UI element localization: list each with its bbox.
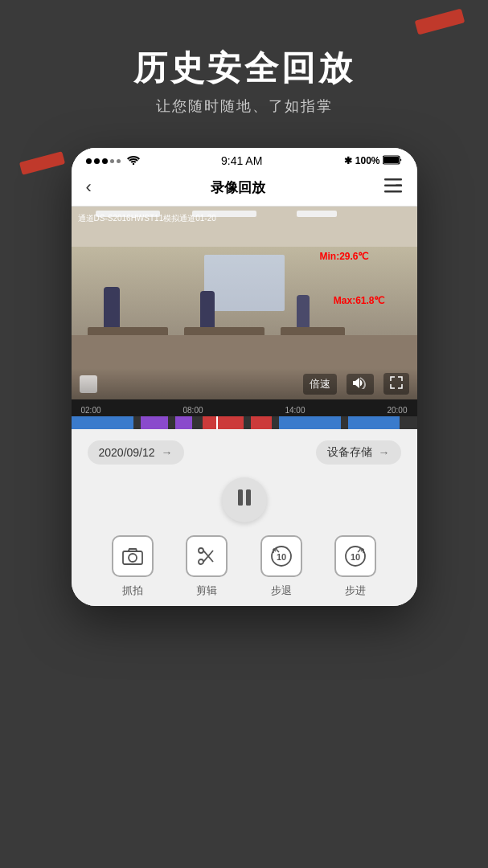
- signal-dot-2: [94, 158, 100, 164]
- svg-rect-3: [384, 178, 402, 181]
- capture-button[interactable]: 抓拍: [112, 535, 154, 598]
- step-forward-button[interactable]: 10 步进: [334, 535, 376, 598]
- audio-button[interactable]: [347, 374, 374, 395]
- status-right: ✱ 100%: [344, 155, 403, 167]
- timeline-seg-blue-1: [72, 416, 133, 429]
- storage-picker[interactable]: 设备存储 →: [316, 440, 401, 465]
- figure-1: [104, 287, 120, 327]
- signal-dot-4: [110, 159, 114, 163]
- status-left: [86, 155, 140, 167]
- battery-icon: [383, 155, 402, 167]
- office-light-3: [297, 211, 337, 217]
- date-storage-row: 2020/09/12 → 设备存储 →: [88, 440, 401, 465]
- timeline-seg-blue-3: [348, 416, 400, 429]
- nav-bar: ‹ 录像回放: [72, 170, 417, 207]
- svg-point-11: [199, 548, 203, 553]
- timeline-cursor: [216, 416, 218, 429]
- capture-icon-box: [112, 535, 154, 577]
- svg-point-0: [132, 163, 133, 165]
- pause-icon: [236, 489, 252, 511]
- step-forward-label: 步进: [345, 583, 366, 598]
- timeline-ruler: 02:00 08:00 14:00 20:00: [72, 404, 417, 416]
- signal-dot-5: [117, 159, 121, 163]
- capture-label: 抓拍: [122, 583, 143, 598]
- tick-4: 20:00: [387, 406, 407, 415]
- svg-rect-7: [238, 489, 243, 506]
- video-controls: 倍速: [72, 368, 417, 399]
- menu-button[interactable]: [384, 178, 402, 197]
- tick-1: 02:00: [81, 406, 101, 415]
- timeline-bar[interactable]: [72, 416, 417, 429]
- svg-point-10: [129, 554, 137, 562]
- speed-button[interactable]: 倍速: [303, 374, 337, 395]
- timeline-seg-red-2: [251, 416, 272, 429]
- temp-max-label: Max:61.8℃: [334, 295, 385, 306]
- svg-point-12: [199, 559, 203, 564]
- svg-rect-6: [396, 184, 402, 186]
- svg-text:10: 10: [277, 552, 286, 562]
- bottom-panel: 2020/09/12 → 设备存储 →: [72, 429, 417, 606]
- clip-icon-box: [186, 535, 228, 577]
- status-time: 9:41 AM: [221, 154, 262, 167]
- signal-dot-3: [102, 158, 108, 164]
- status-bar: 9:41 AM ✱ 100%: [72, 148, 417, 170]
- playback-controls: [88, 477, 401, 522]
- action-row: 抓拍 剪辑: [88, 535, 401, 598]
- step-back-icon-box: 10: [260, 535, 302, 577]
- tick-2: 08:00: [182, 406, 203, 415]
- timeline-seg-blue-2: [279, 416, 341, 429]
- storage-arrow: →: [379, 446, 390, 459]
- storage-value: 设备存储: [327, 445, 372, 460]
- wifi-icon: [127, 155, 140, 167]
- hero-section: 历史安全回放 让您随时随地、了如指掌: [0, 0, 488, 132]
- phone-mockup: 9:41 AM ✱ 100% ‹ 录像回放: [72, 148, 417, 606]
- figure-3: [297, 295, 310, 327]
- channel-label: 通道DS-S2016HWST11模拟通道01-20: [78, 213, 216, 224]
- tick-3: 14:00: [285, 406, 305, 415]
- svg-rect-2: [383, 157, 399, 163]
- svg-rect-5: [384, 190, 402, 193]
- fullscreen-button[interactable]: [383, 373, 409, 395]
- nav-title: 录像回放: [211, 178, 265, 197]
- step-forward-icon-box: 10: [334, 535, 376, 577]
- bluetooth-icon: ✱: [344, 155, 352, 166]
- date-value: 2020/09/12: [99, 446, 155, 459]
- svg-rect-8: [246, 489, 251, 506]
- step-back-button[interactable]: 10 步退: [260, 535, 302, 598]
- figure-2: [200, 291, 215, 327]
- pause-play-button[interactable]: [222, 477, 267, 522]
- timeline-section[interactable]: 02:00 08:00 14:00 20:00: [72, 399, 417, 429]
- clip-label: 剪辑: [196, 583, 217, 598]
- video-container: 通道DS-S2016HWST11模拟通道01-20 Min:29.6℃ Max:…: [72, 207, 417, 399]
- signal-dot-1: [86, 158, 92, 164]
- step-back-label: 步退: [271, 583, 292, 598]
- back-button[interactable]: ‹: [86, 177, 92, 198]
- date-arrow: →: [162, 446, 173, 459]
- hero-subtitle: 让您随时随地、了如指掌: [0, 96, 488, 116]
- clip-button[interactable]: 剪辑: [186, 535, 228, 598]
- temp-min-label: Min:29.6℃: [319, 251, 368, 262]
- timeline-seg-red-1: [203, 416, 244, 429]
- timeline-seg-purple-2: [175, 416, 193, 429]
- timeline-seg-purple-1: [141, 416, 168, 429]
- battery-percent: 100%: [355, 155, 380, 166]
- hero-title: 历史安全回放: [0, 48, 488, 88]
- svg-text:10: 10: [351, 552, 360, 562]
- phone-wrapper: 9:41 AM ✱ 100% ‹ 录像回放: [0, 148, 488, 606]
- date-picker[interactable]: 2020/09/12 →: [88, 440, 184, 465]
